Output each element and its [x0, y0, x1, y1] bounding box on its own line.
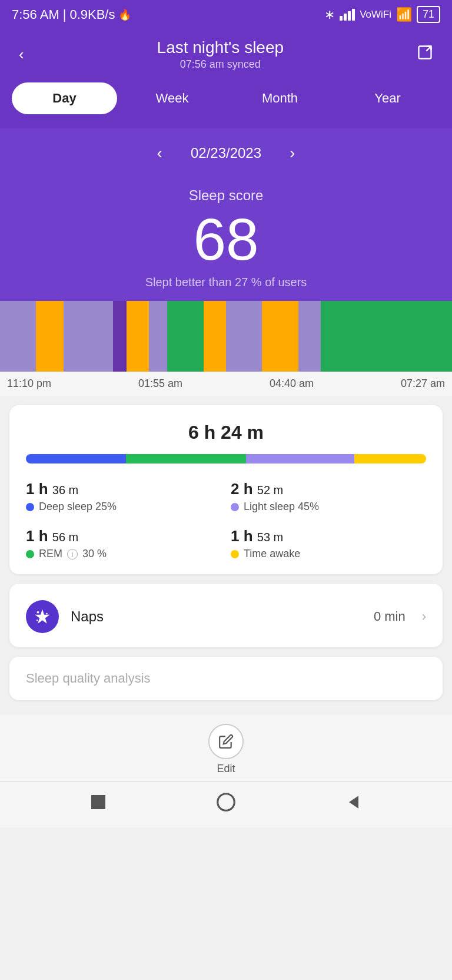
deep-sleep-dot	[26, 503, 34, 511]
sleep-duration-bar	[26, 454, 426, 463]
status-separator: |	[63, 7, 67, 22]
export-button[interactable]	[412, 39, 438, 69]
sleep-chart	[0, 301, 452, 372]
chart-bar-5	[113, 301, 127, 372]
back-button[interactable]: ‹	[14, 41, 29, 68]
nav-back-button[interactable]	[344, 793, 363, 812]
naps-value: 0 min	[374, 609, 406, 624]
header-title-block: Last night's sleep 07:56 am synced	[157, 38, 284, 71]
stat-light-sleep: 2 h 52 m Light sleep 45%	[231, 480, 426, 513]
naps-card[interactable]: Naps 0 min ›	[9, 584, 443, 647]
sync-status: 07:56 am synced	[157, 58, 284, 71]
prev-date-button[interactable]: ‹	[152, 139, 167, 167]
naps-icon	[26, 600, 59, 633]
signal-icon	[340, 9, 355, 21]
rem-info-icon: i	[67, 549, 78, 559]
stat-light-sleep-label: Light sleep 45%	[231, 501, 426, 513]
cards-area: 6 h 24 m 1 h 36 m Deep sleep 25% 2 h	[0, 396, 452, 710]
timeline-labels: 11:10 pm 01:55 am 04:40 am 07:27 am	[0, 372, 452, 396]
edit-btn-circle	[208, 724, 244, 759]
bar-rem	[126, 454, 246, 463]
deep-sleep-text: Deep sleep 25%	[39, 501, 117, 513]
bar-light-sleep	[246, 454, 354, 463]
stat-awake-label: Time awake	[231, 548, 426, 560]
tab-week[interactable]: Week	[119, 82, 225, 114]
chart-bar-14	[321, 301, 452, 372]
edit-button[interactable]: Edit	[208, 724, 244, 775]
bar-deep-sleep	[26, 454, 126, 463]
sleep-score-section: Sleep score 68 Slept better than 27 % of…	[0, 181, 452, 301]
edit-label: Edit	[217, 763, 235, 775]
chart-bar-10	[226, 301, 244, 372]
bluetooth-icon: ∗	[324, 7, 335, 22]
stat-rem: 1 h 56 m REM i 30 %	[26, 527, 221, 560]
bar-awake	[354, 454, 426, 463]
action-bar: Edit	[0, 714, 452, 781]
stat-deep-sleep: 1 h 36 m Deep sleep 25%	[26, 480, 221, 513]
status-network: 0.9KB/s	[69, 7, 115, 22]
stat-awake: 1 h 53 m Time awake	[231, 527, 426, 560]
awake-dot	[231, 550, 239, 558]
stat-deep-sleep-label: Deep sleep 25%	[26, 501, 221, 513]
timeline-label-3: 04:40 am	[270, 378, 314, 390]
flame-icon: 🔥	[118, 8, 131, 21]
edit-icon	[218, 734, 234, 749]
stat-awake-value: 1 h 53 m	[231, 527, 426, 545]
tab-day[interactable]: Day	[12, 82, 117, 114]
chart-bar-6	[127, 301, 149, 372]
sleep-duration-total: 6 h 24 m	[26, 422, 426, 443]
naps-label: Naps	[71, 608, 362, 625]
battery-icon: 71	[417, 6, 440, 23]
svg-line-1	[426, 47, 431, 51]
stat-rem-value: 1 h 56 m	[26, 527, 221, 545]
sleep-score-subtext: Slept better than 27 % of users	[0, 276, 452, 301]
chart-bar-1	[0, 301, 36, 372]
timeline-label-1: 11:10 pm	[7, 378, 51, 390]
star-sparkle-icon	[34, 608, 51, 625]
stat-deep-sleep-value: 1 h 36 m	[26, 480, 221, 498]
chart-bar-3	[64, 301, 91, 372]
timeline-label-4: 07:27 am	[401, 378, 445, 390]
nav-stop-button[interactable]	[89, 793, 108, 812]
awake-text: Time awake	[244, 548, 300, 560]
current-date: 02/23/2023	[191, 145, 261, 161]
sleep-score-value: 68	[0, 210, 452, 269]
sleep-quality-card: Sleep quality analysis	[9, 657, 443, 700]
vowifi-icon: VoWiFi	[360, 9, 391, 21]
status-time-network: 7:56 AM | 0.9KB/s 🔥	[12, 7, 131, 22]
next-date-button[interactable]: ›	[285, 139, 300, 167]
chart-bar-7	[149, 301, 167, 372]
header: ‹ Last night's sleep 07:56 am synced	[0, 29, 452, 82]
light-sleep-dot	[231, 503, 239, 511]
rem-pct-text: 30 %	[82, 548, 107, 560]
date-nav: ‹ 02/23/2023 ›	[0, 128, 452, 181]
triangle-back-icon	[344, 793, 363, 812]
page-title: Last night's sleep	[157, 38, 284, 57]
timeline-label-2: 01:55 am	[138, 378, 182, 390]
rem-text: REM	[39, 548, 62, 560]
square-icon	[89, 793, 108, 812]
tab-month[interactable]: Month	[227, 82, 333, 114]
chart-bar-12	[262, 301, 298, 372]
chart-bar-9	[204, 301, 226, 372]
tab-year[interactable]: Year	[335, 82, 440, 114]
svg-marker-7	[349, 796, 358, 808]
stat-rem-label: REM i 30 %	[26, 548, 221, 560]
circle-icon	[215, 791, 237, 813]
nav-home-button[interactable]	[215, 791, 237, 813]
svg-rect-5	[91, 795, 105, 809]
sleep-stats-grid: 1 h 36 m Deep sleep 25% 2 h 52 m Light s…	[26, 480, 426, 560]
chart-bar-2	[36, 301, 63, 372]
svg-point-2	[37, 611, 39, 614]
wifi-icon: 📶	[396, 7, 412, 22]
chart-bar-11	[244, 301, 262, 372]
sleep-score-label: Sleep score	[0, 187, 452, 204]
svg-point-3	[46, 613, 48, 615]
svg-point-6	[218, 794, 235, 811]
nav-bar	[0, 781, 452, 827]
light-sleep-text: Light sleep 45%	[244, 501, 319, 513]
chart-bar-4	[91, 301, 113, 372]
stat-light-sleep-value: 2 h 52 m	[231, 480, 426, 498]
rem-dot	[26, 550, 34, 558]
status-time: 7:56 AM	[12, 7, 59, 22]
